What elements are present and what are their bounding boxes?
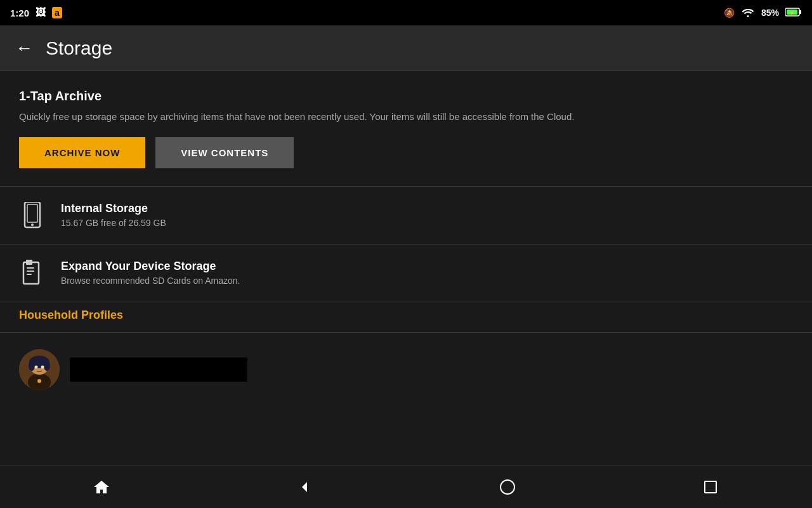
svg-point-16	[29, 361, 35, 371]
expand-storage-item[interactable]: Expand Your Device Storage Browse recomm…	[19, 244, 793, 302]
photo-icon: 🖼	[36, 7, 46, 18]
home-button[interactable]	[82, 472, 121, 502]
amazon-icon: a	[52, 7, 62, 18]
bottom-nav	[0, 465, 812, 508]
svg-rect-10	[27, 271, 34, 272]
status-right: 🔕 85% ⚡	[724, 7, 802, 19]
view-contents-button[interactable]: VIEW CONTENTS	[155, 137, 294, 168]
back-nav-button[interactable]	[285, 472, 324, 502]
profile-name-redacted	[70, 358, 247, 382]
svg-rect-8	[26, 260, 32, 265]
battery-icon: ⚡	[785, 8, 802, 18]
svg-point-6	[31, 224, 34, 226]
svg-point-24	[501, 480, 514, 494]
status-bar: 1:20 🖼 a 🔕 85% ⚡	[0, 0, 812, 25]
internal-storage-detail: 15.67 GB free of 26.59 GB	[61, 218, 166, 228]
household-profiles-title: Household Profiles	[19, 309, 793, 322]
top-nav: ← Storage	[0, 25, 812, 71]
archive-description: Quickly free up storage space by archivi…	[19, 110, 749, 124]
back-button[interactable]: ←	[15, 38, 33, 58]
mute-icon: 🔕	[724, 8, 735, 18]
internal-storage-info: Internal Storage 15.67 GB free of 26.59 …	[61, 202, 166, 228]
svg-point-17	[44, 361, 50, 371]
svg-rect-1	[799, 10, 801, 14]
home-circle-button[interactable]	[488, 472, 527, 502]
expand-storage-detail: Browse recommended SD Cards on Amazon.	[61, 276, 240, 286]
status-left: 1:20 🖼 a	[10, 7, 62, 18]
button-row: ARCHIVE NOW VIEW CONTENTS	[19, 137, 793, 168]
svg-marker-23	[302, 482, 307, 492]
svg-point-20	[36, 366, 37, 367]
internal-storage-icon	[19, 202, 46, 229]
battery-percent: 85%	[761, 8, 779, 18]
archive-section: 1-Tap Archive Quickly free up storage sp…	[19, 89, 793, 168]
expand-storage-icon	[19, 260, 46, 286]
archive-title: 1-Tap Archive	[19, 89, 793, 104]
expand-storage-title: Expand Your Device Storage	[61, 260, 240, 273]
internal-storage-item[interactable]: Internal Storage 15.67 GB free of 26.59 …	[19, 187, 793, 244]
svg-point-21	[43, 366, 44, 367]
archive-now-button[interactable]: ARCHIVE NOW	[19, 137, 145, 168]
svg-rect-11	[27, 274, 32, 275]
svg-point-19	[41, 365, 44, 368]
svg-rect-25	[705, 481, 716, 493]
avatar	[19, 349, 60, 390]
wifi-icon	[741, 7, 755, 19]
internal-storage-title: Internal Storage	[61, 202, 166, 215]
main-content: 1-Tap Archive Quickly free up storage sp…	[0, 71, 812, 465]
page-title: Storage	[46, 37, 112, 59]
svg-point-18	[35, 365, 38, 368]
svg-rect-7	[23, 262, 39, 284]
profile-item[interactable]	[19, 343, 793, 396]
svg-text:⚡: ⚡	[789, 10, 795, 16]
recents-button[interactable]	[691, 472, 730, 502]
svg-rect-5	[27, 204, 37, 222]
expand-storage-info: Expand Your Device Storage Browse recomm…	[61, 260, 240, 286]
svg-rect-9	[27, 267, 34, 269]
time-display: 1:20	[10, 8, 29, 18]
profile-divider	[0, 332, 812, 333]
household-profiles-section: Household Profiles	[19, 302, 793, 396]
svg-point-22	[37, 379, 41, 383]
